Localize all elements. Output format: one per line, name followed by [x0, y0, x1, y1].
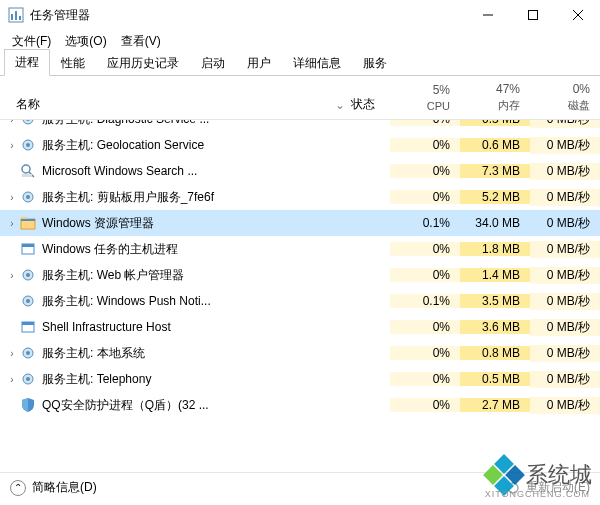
disk-label: 磁盘 — [568, 99, 590, 111]
expand-icon[interactable]: › — [6, 192, 18, 203]
process-name: 服务主机: Windows Push Noti... — [42, 293, 211, 310]
process-row[interactable]: 服务主机: Windows Push Noti... 0.1% 3.5 MB 0… — [0, 288, 600, 314]
process-disk: 0 MB/秒 — [530, 371, 600, 388]
process-row[interactable]: Shell Infrastructure Host 0% 3.6 MB 0 MB… — [0, 314, 600, 340]
process-cpu: 0% — [390, 372, 460, 386]
process-list[interactable]: › 服务主机: Diagnostic Service ... 0% 0.5 MB… — [0, 120, 600, 472]
process-row[interactable]: › Windows 资源管理器 0.1% 34.0 MB 0 MB/秒 — [0, 210, 600, 236]
tab-performance[interactable]: 性能 — [50, 50, 96, 76]
svg-rect-2 — [15, 11, 17, 20]
process-disk: 0 MB/秒 — [530, 189, 600, 206]
menu-options[interactable]: 选项(O) — [59, 31, 112, 52]
process-memory: 0.6 MB — [460, 138, 530, 152]
process-row[interactable]: › 服务主机: Web 帐户管理器 0% 1.4 MB 0 MB/秒 — [0, 262, 600, 288]
footer: ⌃ 简略信息(D) 重新启动(E) — [0, 472, 600, 502]
process-row[interactable]: Windows 任务的主机进程 0% 1.8 MB 0 MB/秒 — [0, 236, 600, 262]
process-disk: 0 MB/秒 — [530, 397, 600, 414]
process-memory: 0.5 MB — [460, 372, 530, 386]
process-row[interactable]: › 服务主机: Diagnostic Service ... 0% 0.5 MB… — [0, 120, 600, 132]
shield-icon — [20, 397, 36, 413]
tab-processes[interactable]: 进程 — [4, 49, 50, 76]
process-name: 服务主机: Diagnostic Service ... — [42, 120, 209, 128]
tab-startup[interactable]: 启动 — [190, 50, 236, 76]
column-cpu[interactable]: 5% CPU — [390, 79, 460, 119]
process-cpu: 0% — [390, 120, 460, 126]
process-memory: 1.4 MB — [460, 268, 530, 282]
process-row[interactable]: › 服务主机: 剪贴板用户服务_7fe6f 0% 5.2 MB 0 MB/秒 — [0, 184, 600, 210]
gear-icon — [20, 120, 36, 127]
process-memory: 5.2 MB — [460, 190, 530, 204]
column-status-label: 状态 — [351, 96, 375, 113]
process-memory: 7.3 MB — [460, 164, 530, 178]
search-icon — [20, 163, 36, 179]
process-row[interactable]: › 服务主机: Telephony 0% 0.5 MB 0 MB/秒 — [0, 366, 600, 392]
process-row[interactable]: QQ安全防护进程（Q盾）(32 ... 0% 2.7 MB 0 MB/秒 — [0, 392, 600, 418]
process-name: Shell Infrastructure Host — [42, 320, 171, 334]
process-row[interactable]: › 服务主机: 本地系统 0% 0.8 MB 0 MB/秒 — [0, 340, 600, 366]
process-cpu: 0% — [390, 320, 460, 334]
close-button[interactable] — [555, 0, 600, 30]
fewer-details-button[interactable]: ⌃ 简略信息(D) — [10, 479, 97, 496]
app-icon — [8, 7, 24, 23]
disk-usage-pct: 0% — [540, 82, 590, 96]
expand-icon[interactable]: › — [6, 120, 18, 125]
column-status[interactable]: ⌄ 状态 — [310, 92, 390, 119]
process-memory: 0.5 MB — [460, 120, 530, 126]
process-memory: 34.0 MB — [460, 216, 530, 230]
expand-icon[interactable]: › — [6, 348, 18, 359]
tab-details[interactable]: 详细信息 — [282, 50, 352, 76]
menu-view[interactable]: 查看(V) — [115, 31, 167, 52]
expand-icon[interactable]: › — [6, 374, 18, 385]
column-name[interactable]: 名称 — [0, 92, 310, 119]
expand-icon[interactable]: › — [6, 140, 18, 151]
tab-users[interactable]: 用户 — [236, 50, 282, 76]
chevron-up-icon: ⌃ — [10, 480, 26, 496]
process-memory: 3.6 MB — [460, 320, 530, 334]
restart-label: 重新启动(E) — [526, 479, 590, 496]
restart-button[interactable]: 重新启动(E) — [506, 479, 590, 496]
expand-icon[interactable]: › — [6, 218, 18, 229]
window-icon — [20, 319, 36, 335]
column-disk[interactable]: 0% 磁盘 — [530, 78, 600, 119]
maximize-button[interactable] — [510, 0, 555, 30]
column-name-label: 名称 — [16, 96, 40, 113]
mem-usage-pct: 47% — [470, 82, 520, 96]
process-memory: 2.7 MB — [460, 398, 530, 412]
process-disk: 0 MB/秒 — [530, 293, 600, 310]
minimize-button[interactable] — [465, 0, 510, 30]
process-cpu: 0.1% — [390, 294, 460, 308]
process-cpu: 0% — [390, 190, 460, 204]
fewer-details-label: 简略信息(D) — [32, 479, 97, 496]
process-row[interactable]: › 服务主机: Geolocation Service 0% 0.6 MB 0 … — [0, 132, 600, 158]
process-disk: 0 MB/秒 — [530, 215, 600, 232]
tab-services[interactable]: 服务 — [352, 50, 398, 76]
gear-icon — [20, 189, 36, 205]
process-disk: 0 MB/秒 — [530, 319, 600, 336]
expand-icon[interactable]: › — [6, 270, 18, 281]
tab-app-history[interactable]: 应用历史记录 — [96, 50, 190, 76]
column-headers: 名称 ⌄ 状态 5% CPU 47% 内存 0% 磁盘 — [0, 76, 600, 120]
column-memory[interactable]: 47% 内存 — [460, 78, 530, 119]
gear-icon — [20, 267, 36, 283]
titlebar[interactable]: 任务管理器 — [0, 0, 600, 30]
process-cpu: 0% — [390, 268, 460, 282]
svg-rect-5 — [528, 11, 537, 20]
process-name: 服务主机: Geolocation Service — [42, 137, 204, 154]
gear-icon — [20, 345, 36, 361]
mem-label: 内存 — [498, 99, 520, 111]
window-title: 任务管理器 — [30, 7, 465, 24]
svg-rect-3 — [19, 16, 21, 20]
process-memory: 1.8 MB — [460, 242, 530, 256]
gear-icon — [20, 137, 36, 153]
window-icon — [20, 241, 36, 257]
process-name: 服务主机: Web 帐户管理器 — [42, 267, 184, 284]
process-cpu: 0.1% — [390, 216, 460, 230]
menubar: 文件(F) 选项(O) 查看(V) — [0, 30, 600, 52]
process-cpu: 0% — [390, 164, 460, 178]
process-cpu: 0% — [390, 242, 460, 256]
process-cpu: 0% — [390, 138, 460, 152]
process-row[interactable]: Microsoft Windows Search ... 0% 7.3 MB 0… — [0, 158, 600, 184]
process-name: 服务主机: Telephony — [42, 371, 151, 388]
process-memory: 0.8 MB — [460, 346, 530, 360]
process-disk: 0 MB/秒 — [530, 137, 600, 154]
